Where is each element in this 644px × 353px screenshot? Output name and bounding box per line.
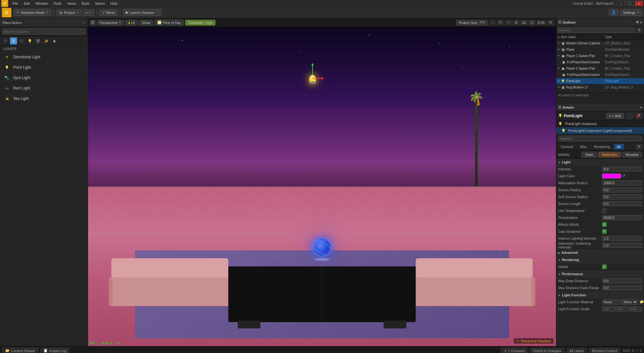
prop-soft-source-input[interactable] — [602, 194, 642, 199]
perspective-btn[interactable]: Perspective ▼ — [97, 20, 124, 26]
unsaved-btn[interactable]: ⚠ 1 Unsaved — [501, 348, 528, 353]
menu-tools[interactable]: Tools — [51, 1, 64, 6]
outliner-item-8[interactable]: 👁 ▣ UEFN_Cinl_DaySequence_C0 UEFN_Cinl_D… — [556, 91, 644, 92]
all-latest-btn[interactable]: All Latest — [567, 348, 586, 353]
panel-icon-cinematic[interactable]: 🎬 — [35, 37, 42, 44]
mobility-static-btn[interactable]: Static — [581, 152, 597, 157]
viewport-canvas[interactable]: 🌴 — [88, 27, 556, 346]
panel-icon-shapes[interactable]: ⬡ — [18, 37, 25, 44]
menu-edit[interactable]: Edit — [21, 1, 32, 6]
prop-light-color-swatch[interactable] — [602, 174, 621, 179]
light-function-section-header[interactable]: Light Function — [556, 292, 644, 299]
prop-light-func-scale-x[interactable] — [602, 306, 615, 311]
prop-light-func-scale-z[interactable] — [629, 306, 642, 311]
tab-general[interactable]: General — [558, 144, 576, 150]
prop-source-radius-input[interactable] — [602, 187, 642, 192]
project-btn[interactable]: 🗁 Project ▼ — [57, 9, 81, 16]
point-light-item[interactable]: 💡 Point Light — [0, 62, 88, 73]
mobility-stationary-btn[interactable]: Stationary — [598, 152, 621, 157]
menu-window[interactable]: Window — [33, 1, 50, 6]
details-search-input[interactable] — [558, 136, 642, 141]
outliner-item-2[interactable]: 👁 ▣ Player 1 Spawn Pad BF_Creative_Play — [556, 53, 644, 59]
outliner-item-4[interactable]: 👁 ▣ Player 2 Spawn Pad BF_Creative_Play — [556, 65, 644, 72]
panel-close-btn[interactable]: × — [83, 21, 85, 25]
prop-source-length-input[interactable] — [602, 201, 642, 206]
selection-mode-btn[interactable]: ↖ Selection Mode ▼ — [14, 9, 51, 16]
viewport-menu-btn[interactable]: ☰ — [90, 20, 96, 26]
details-pin-btn[interactable]: 📌 — [635, 113, 642, 119]
panel-icon-recently-placed[interactable]: ⏱ — [2, 37, 9, 44]
window-restore[interactable]: □ — [626, 1, 634, 6]
outliner-item-3[interactable]: ▣ FortPlayerStartCreative FortPlayerStar… — [556, 59, 644, 65]
menu-select[interactable]: Select — [92, 1, 107, 6]
prop-light-func-browse[interactable]: 📁 — [638, 299, 644, 305]
lit-btn[interactable]: ● Lit — [125, 20, 137, 26]
grid-size[interactable]: 10 — [520, 20, 527, 25]
prop-max-draw-input[interactable] — [602, 278, 642, 283]
rendering-section-header[interactable]: Rendering — [556, 256, 644, 263]
menu-file[interactable]: File — [10, 1, 21, 6]
window-close[interactable]: × — [635, 1, 643, 6]
prop-volumetric-input[interactable] — [602, 243, 642, 248]
scalability-btn[interactable]: Scalability: High — [185, 20, 215, 26]
outliner-item-7[interactable]: 👁 ▦ Rug Modern 17 CP_Rug_Modern_S — [556, 84, 644, 91]
rect-light-item[interactable]: ▭ Rect Light — [0, 83, 88, 94]
details-add-btn[interactable]: + + Add — [606, 113, 624, 119]
tab-rendering[interactable]: Rendering — [591, 144, 613, 150]
details-more-btn[interactable]: ⋯ — [626, 113, 633, 119]
prop-affects-world-checkbox[interactable] — [602, 222, 607, 227]
snap-btn[interactable]: ⊞ — [513, 20, 519, 26]
panel-icon-visual[interactable]: ✨ — [43, 37, 50, 44]
spot-light-item[interactable]: 🔦 Spot Light — [0, 73, 88, 83]
prop-temperature-input[interactable] — [602, 215, 642, 220]
revision-btn[interactable]: Revision Control — [589, 348, 620, 353]
tab-misc[interactable]: Misc — [577, 144, 590, 150]
prop-max-fade-input[interactable] — [602, 285, 642, 290]
tab-all[interactable]: All — [614, 144, 624, 150]
prop-attenuation-input[interactable] — [602, 180, 642, 185]
menu-build[interactable]: Build — [79, 1, 92, 6]
streaming-disabled-badge[interactable]: ⚠ Streaming Disabled — [514, 338, 553, 344]
prop-color-reset-icon[interactable]: ↺ — [622, 174, 625, 178]
scale-btn[interactable]: ⤡ — [505, 20, 512, 26]
show-btn[interactable]: Show — [139, 20, 153, 26]
content-drawer-btn[interactable]: 📂 Content Drawer — [3, 348, 38, 353]
panel-icon-volumes[interactable]: ◉ — [51, 37, 58, 44]
component-row-root[interactable]: 💡 PointLight (Instance) — [556, 120, 644, 127]
panel-icon-lights[interactable]: 💡 — [26, 37, 33, 44]
outliner-item-1[interactable]: 👁 ▦ Plane FortStaticMeshAc — [556, 47, 644, 53]
light-section-header[interactable]: Light — [556, 159, 644, 166]
sky-light-item[interactable]: 🌤 Sky Light — [0, 94, 88, 104]
menu-verse[interactable]: Verse — [65, 1, 79, 6]
details-close-btn[interactable]: × — [640, 105, 642, 109]
settings-profile-btn[interactable]: 👤 — [609, 9, 619, 16]
prop-light-func-select[interactable]: None — [622, 299, 638, 305]
window-minimize[interactable]: − — [617, 1, 625, 6]
output-log-btn[interactable]: 📋 Output Log — [41, 348, 69, 353]
outliner-item-6[interactable]: 👁 💡 PointLight PointLight — [556, 78, 644, 84]
advanced-section-header[interactable]: Advanced — [556, 249, 644, 256]
check-in-btn[interactable]: Check-in Changes — [530, 348, 564, 353]
viewport-settings-btn[interactable]: ⚙ — [547, 20, 554, 26]
settings-btn[interactable]: Settings ▼ — [620, 9, 642, 16]
outliner-item-5[interactable]: ▣ FortPlayerStartCreative FortPlayerStar… — [556, 72, 644, 78]
mobility-movable-btn[interactable]: Movable — [622, 152, 642, 157]
prop-indirect-input[interactable] — [602, 236, 642, 241]
prop-light-func-scale-y[interactable] — [616, 306, 629, 311]
component-row-light[interactable]: 💡 PointLightComponent (LightComponent0) — [556, 127, 644, 134]
launch-session-btn[interactable]: ▶ Launch Session ⋯ — [123, 9, 161, 16]
search-input[interactable] — [2, 28, 86, 35]
prop-intensity-input[interactable] — [602, 167, 642, 172]
outliner-settings-btn[interactable]: ⚙ — [636, 27, 643, 33]
outliner-item-0[interactable]: 👁 ▦ Modern Kitchen Cabinet Tall Shelf 8 … — [556, 40, 644, 47]
menu-help[interactable]: Help — [108, 1, 120, 6]
camera-speed-btn[interactable]: 🎥 — [529, 20, 536, 26]
outliner-close-btn[interactable]: × — [640, 20, 642, 24]
directional-light-item[interactable]: ☀ Directional Light — [0, 52, 88, 62]
project-size-btn[interactable]: Project Size: ??? — [456, 20, 488, 26]
time-of-day-btn[interactable]: 🌅 Time of Day — [154, 20, 184, 26]
add-level-btn[interactable]: + ▼ — [83, 9, 94, 16]
details-settings-btn[interactable]: ⚙ — [636, 144, 643, 150]
prop-use-temp-checkbox[interactable] — [602, 208, 607, 213]
panel-icon-all[interactable]: ☰ — [10, 37, 17, 44]
